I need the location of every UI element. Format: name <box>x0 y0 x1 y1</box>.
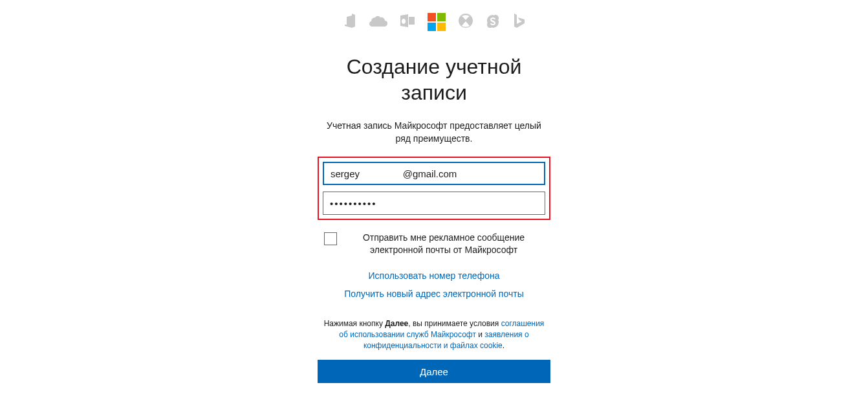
skype-icon <box>486 14 500 30</box>
page-subtitle: Учетная запись Майкрософт предоставляет … <box>318 120 550 145</box>
get-new-email-link[interactable]: Получить новый адрес электронной почты <box>318 289 550 299</box>
promo-checkbox[interactable] <box>324 232 337 245</box>
password-field[interactable] <box>323 192 545 215</box>
office-icon <box>343 14 356 30</box>
legal-text: Нажимая кнопку Далее, вы принимаете усло… <box>318 318 550 351</box>
promo-checkbox-label: Отправить мне рекламное сообщение электр… <box>343 232 544 256</box>
next-button[interactable]: Далее <box>318 360 550 383</box>
bing-icon <box>513 14 525 30</box>
promo-checkbox-row: Отправить мне рекламное сообщение электр… <box>318 232 550 256</box>
outlook-icon <box>400 14 415 30</box>
use-phone-link[interactable]: Использовать номер телефона <box>318 270 550 281</box>
signup-form-container: Создание учетной записи Учетная запись М… <box>318 0 550 383</box>
credentials-highlight-box <box>318 157 550 220</box>
email-field[interactable] <box>323 162 545 185</box>
product-icon-row <box>318 13 550 31</box>
onedrive-icon <box>369 15 387 29</box>
xbox-icon <box>459 14 473 30</box>
microsoft-logo-icon <box>428 13 446 31</box>
page-title: Создание учетной записи <box>318 54 550 105</box>
